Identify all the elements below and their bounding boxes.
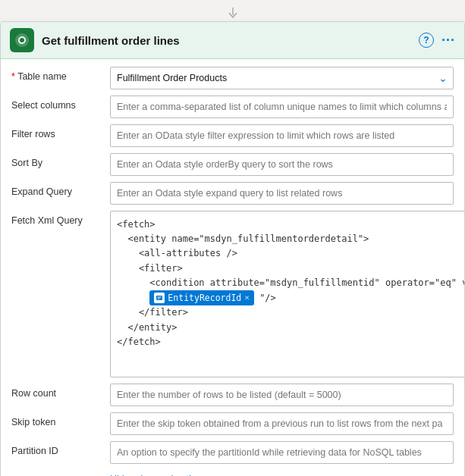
row-count-input[interactable] <box>110 384 454 406</box>
sort-by-input[interactable] <box>110 153 454 176</box>
svg-rect-5 <box>158 299 160 299</box>
app-icon <box>10 28 34 52</box>
fetch-xml-line-1: <fetch> <box>117 218 465 232</box>
svg-rect-3 <box>156 296 162 300</box>
table-name-select-wrapper: Fulfillment Order Products ⌄ <box>110 67 454 89</box>
expand-query-input[interactable] <box>110 182 454 205</box>
select-columns-label: Select columns <box>11 96 110 111</box>
table-name-label: Table name <box>11 67 110 82</box>
row-count-row: Row count <box>11 384 454 406</box>
hide-advanced-button[interactable]: Hide advanced options ∧ <box>110 473 217 476</box>
chevron-up-icon: ∧ <box>209 473 217 476</box>
partition-id-input[interactable] <box>110 441 454 464</box>
fetch-xml-editor[interactable]: <fetch> <entity name="msdyn_fulfillmento… <box>110 211 465 377</box>
fetch-xml-label: Fetch Xml Query <box>11 211 110 226</box>
hide-advanced-row: Hide advanced options ∧ <box>11 470 454 476</box>
svg-rect-4 <box>158 297 162 298</box>
fetch-xml-line-9: </fetch> <box>117 335 465 349</box>
filter-rows-row: Filter rows <box>11 124 454 147</box>
action-card: Get fulfillment order lines ? ··· Table … <box>0 21 465 476</box>
svg-point-2 <box>20 38 24 42</box>
partition-id-row: Partition ID <box>11 441 454 464</box>
fetch-xml-line-6: EntityRecordId × "/> <box>117 290 465 305</box>
fetch-xml-line-7: </filter> <box>117 305 465 320</box>
filter-rows-label: Filter rows <box>11 124 110 139</box>
partition-id-label: Partition ID <box>11 441 110 456</box>
header-actions: ? ··· <box>419 33 455 49</box>
hide-advanced-label: Hide advanced options <box>110 474 206 477</box>
fetch-xml-line-2: <entity name="msdyn_fulfillmentorderdeta… <box>117 232 465 246</box>
fetch-xml-line-4: <filter> <box>117 261 465 276</box>
hide-advanced-spacer <box>11 470 110 474</box>
expand-query-label: Expand Query <box>11 182 110 197</box>
fetch-xml-line-5: <condition attribute="msdyn_fulfillmenti… <box>117 276 465 290</box>
select-columns-row: Select columns <box>11 96 454 118</box>
skip-token-input[interactable] <box>110 412 454 435</box>
table-name-row: Table name Fulfillment Order Products ⌄ <box>11 67 454 89</box>
sort-by-label: Sort By <box>11 153 110 168</box>
skip-token-row: Skip token <box>11 412 454 435</box>
fetch-xml-row: Fetch Xml Query <fetch> <entity name="ms… <box>11 211 454 377</box>
entity-record-id-token[interactable]: EntityRecordId × <box>149 290 254 305</box>
token-label: EntityRecordId <box>168 291 241 305</box>
token-icon <box>154 293 165 303</box>
card-title: Get fulfillment order lines <box>42 34 419 47</box>
more-options-icon[interactable]: ··· <box>441 33 455 49</box>
fetch-xml-line-3: <all-attributes /> <box>117 246 465 261</box>
card-header: Get fulfillment order lines ? ··· <box>1 22 464 59</box>
connector-arrow <box>0 8 465 18</box>
select-columns-input[interactable] <box>110 96 454 118</box>
sort-by-row: Sort By <box>11 153 454 176</box>
expand-query-row: Expand Query <box>11 182 454 205</box>
skip-token-label: Skip token <box>11 412 110 427</box>
card-body: Table name Fulfillment Order Products ⌄ … <box>1 59 464 476</box>
help-icon[interactable]: ? <box>419 33 434 48</box>
fetch-xml-line-8: </entity> <box>117 321 465 335</box>
token-remove-icon[interactable]: × <box>244 291 250 305</box>
filter-rows-input[interactable] <box>110 124 454 147</box>
table-name-select[interactable]: Fulfillment Order Products <box>110 67 454 89</box>
row-count-label: Row count <box>11 384 110 399</box>
